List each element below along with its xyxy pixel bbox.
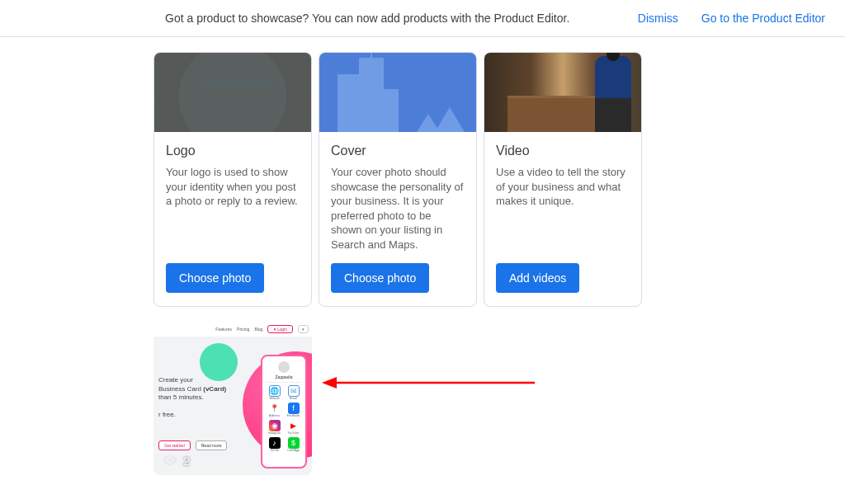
email-icon: ✉ [288,385,300,397]
add-videos-button[interactable]: Add videos [496,263,579,293]
logo-card-title: Logo [166,144,300,158]
cover-card-title: Cover [331,144,465,158]
nav-features: Features [215,327,232,332]
widget-readmore: Read more [196,440,228,450]
nav-pricing: Pricing [237,327,249,332]
dismiss-link[interactable]: Dismiss [638,12,678,25]
notice-actions: Dismiss Go to the Product Editor [638,12,825,25]
uploaded-photo-thumbnail[interactable]: Features Pricing Blog ♥ Login ▾ Create y… [153,322,312,475]
cashapp-icon: $ [288,437,300,449]
cover-card-desc: Your cover photo should showcase the per… [331,165,465,252]
map-pin-icon: 📍 [269,403,281,414]
view-count-badge: 2 [162,452,190,469]
cover-card: Cover Your cover photo should showcase t… [319,52,477,307]
logo-preview-image[interactable]: Glück und Selig CAFÉ [154,53,311,132]
annotation-arrow [322,373,536,393]
video-card: Video Use a video to tell the story of y… [484,52,642,307]
globe-icon: 🌐 [269,385,281,397]
tiktok-icon: ♪ [269,437,281,449]
widget-buttons: Get started Read more [158,440,227,450]
youtube-icon: ▶ [288,420,300,431]
eye-icon [162,452,178,469]
instagram-icon: ◉ [269,420,281,431]
product-editor-notice: Got a product to showcase? You can now a… [0,0,845,37]
logo-card: Glück und Selig CAFÉ Logo Your logo is u… [153,52,312,307]
choose-logo-photo-button[interactable]: Choose photo [166,263,264,293]
logo-script-text: Glück und Selig [196,76,269,89]
logo-sub-text: CAFÉ [220,118,246,124]
video-preview-image[interactable] [484,53,641,132]
nav-blog: Blog [254,327,262,332]
phone-name: Zappedia [266,374,302,379]
photo-cards-row: Glück und Selig CAFÉ Logo Your logo is u… [0,52,845,307]
widget-getstarted: Get started [158,440,191,450]
goto-product-editor-link[interactable]: Go to the Product Editor [701,12,825,25]
nav-login: ♥ Login [267,325,293,333]
view-count: 2 [183,454,190,468]
facebook-icon: f [288,403,300,414]
widget-headline: Create your Business Card (vCard) than 5… [158,376,226,419]
phone-avatar [278,361,290,373]
svg-marker-1 [322,377,337,389]
notice-text: Got a product to showcase? You can now a… [165,12,569,25]
video-card-desc: Use a video to tell the story of your bu… [496,165,630,252]
logo-card-desc: Your logo is used to show your identity … [166,165,300,252]
widget-nav: Features Pricing Blog ♥ Login ▾ [153,322,312,337]
choose-cover-photo-button[interactable]: Choose photo [331,263,429,293]
video-card-title: Video [496,144,630,158]
phone-mockup: Zappedia 🌐Website ✉Email 📍Address fFaceb… [261,355,307,469]
cover-preview-image[interactable] [319,53,476,132]
